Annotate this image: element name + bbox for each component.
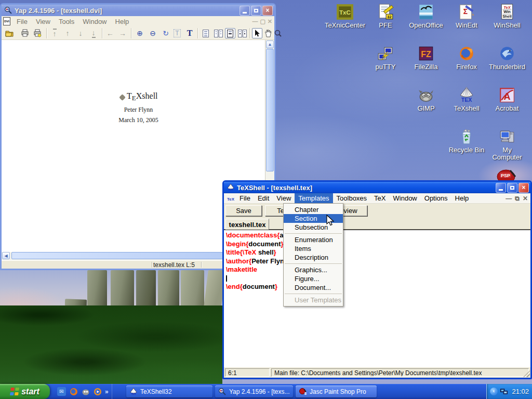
yap-task-icon (218, 388, 227, 396)
taskbar-button-texshell32[interactable]: TeX TeXShell32 (126, 385, 212, 397)
yap-menu-help[interactable]: Help (111, 17, 134, 26)
desktop-icon-openoffice[interactable]: OpenOffice (406, 3, 446, 29)
menu-options[interactable]: Options (421, 193, 451, 203)
menu-item-enumeration[interactable]: Enumeration (284, 235, 343, 244)
menu-item-items[interactable]: Items (284, 244, 343, 253)
refresh-icon[interactable]: ↻ (161, 28, 171, 38)
desktop-icon-firefox[interactable]: Firefox (446, 45, 487, 71)
menu-item-user-templates: User Templates (284, 296, 343, 304)
my-computer-icon (498, 128, 516, 145)
start-button[interactable]: start (0, 384, 50, 399)
continuous-view-icon[interactable] (225, 28, 235, 38)
menu-edit[interactable]: Edit (254, 193, 273, 203)
yap-titlebar[interactable]: Yap 2.4.1596 - [texshell.dvi] × (2, 5, 274, 16)
desktop-icon-acrobat[interactable]: A Acrobat (487, 86, 527, 112)
text-sweep-icon[interactable]: T (172, 28, 182, 38)
firefox-quicklaunch-icon[interactable] (69, 387, 78, 396)
tab-texshell-tex[interactable]: texshell.tex (225, 219, 269, 230)
desktop-icon-recycle-bin[interactable]: Recycle Bin (446, 128, 487, 154)
yap-menu-tools[interactable]: Tools (55, 17, 78, 26)
media-player-quicklaunch-icon[interactable] (93, 387, 102, 396)
desktop-icon-pfe[interactable]: 32 PFE (365, 3, 406, 29)
icon-label: Thunderbird (487, 63, 527, 71)
print-icon[interactable] (20, 28, 30, 38)
yap-menu-file[interactable]: File (12, 17, 32, 26)
yap-menu-view[interactable]: View (32, 17, 55, 26)
next-page-icon[interactable]: ↓ (75, 28, 86, 38)
icon-label: puTTY (365, 63, 406, 71)
double-page-icon[interactable] (213, 28, 223, 38)
wallpaper-stonehenge (0, 270, 222, 384)
desktop-icon-putty[interactable]: puTTY (365, 45, 406, 71)
menu-item-graphics[interactable]: Graphics... (284, 265, 343, 274)
continuous-facing-icon[interactable] (237, 28, 247, 38)
desktop-icon-thunderbird[interactable]: Thunderbird (487, 45, 527, 71)
gimp-quicklaunch-icon[interactable] (81, 387, 90, 396)
taskbar-button-yap[interactable]: Yap 2.4.1596 - [texs... (215, 385, 293, 397)
yap-vscroll-thumb[interactable] (266, 49, 274, 171)
yap-mdi-buttons[interactable]: —▢✕ (252, 19, 274, 24)
first-page-icon[interactable]: ↑ (49, 28, 60, 38)
desktop-icon-texniccenter[interactable]: TxC TeXnicCenter (325, 3, 365, 29)
hand-tool-icon[interactable] (263, 28, 273, 38)
forward-icon[interactable]: → (117, 28, 128, 38)
photo-grass (0, 305, 222, 384)
menu-item-document[interactable]: Document... (284, 283, 343, 292)
texshell-minimize-button[interactable] (496, 183, 506, 193)
code-editor[interactable]: \documentclass{article}\begin{document}\… (224, 230, 530, 367)
zoom-out-icon[interactable]: ⊖ (148, 28, 158, 38)
yap-minimize-button[interactable] (240, 6, 250, 16)
tray-chevron-button[interactable]: ‹ (490, 388, 498, 395)
menu-item-chapter[interactable]: Chapter (284, 205, 343, 214)
yap-maximize-button[interactable] (251, 6, 261, 16)
yap-close-button[interactable]: × (262, 6, 273, 16)
desktop-icon-gimp[interactable]: GIMP (406, 86, 446, 112)
quick-launch-chevron[interactable]: » (105, 388, 109, 395)
select-tool-icon[interactable] (252, 28, 262, 38)
texshell-doc-icon[interactable]: TeX (227, 195, 235, 202)
menu-help[interactable]: Help (451, 193, 473, 203)
network-tray-icon[interactable] (500, 388, 508, 395)
cursor-position: 6:1 (225, 368, 270, 377)
menu-window[interactable]: Window (390, 193, 421, 203)
menu-view[interactable]: View (273, 193, 295, 203)
desktop-icon-filezilla[interactable]: FZ FileZilla (406, 45, 446, 71)
desktop-icon-my-computer[interactable]: My Computer (487, 128, 527, 161)
menu-item-description[interactable]: Description (284, 253, 343, 262)
filezilla-icon: FZ (417, 45, 435, 62)
zoom-in-icon[interactable]: ⊕ (135, 28, 145, 38)
menu-file[interactable]: File (236, 193, 254, 203)
desktop-icon-texshell[interactable]: TEX TeXshell (446, 86, 487, 112)
prev-page-icon[interactable]: ↑ (62, 28, 73, 38)
svg-text:TEX: TEX (461, 97, 472, 103)
magnifier-icon[interactable] (273, 28, 283, 38)
icon-label: Firefox (446, 63, 487, 71)
desktop-icon-winshell[interactable]: TeX Win Shell WinShell (487, 3, 527, 29)
menu-toolboxes[interactable]: Toolboxes (333, 193, 371, 203)
menu-templates[interactable]: Templates (295, 193, 332, 203)
text-mode-icon[interactable]: T (184, 28, 195, 38)
outlook-express-icon[interactable]: ✉ (57, 387, 66, 396)
texshell-titlebar[interactable]: TeX TeXShell - [texshell.tex] × (224, 182, 530, 193)
taskbar-button-paintshoppro[interactable]: 8 Jasc Paint Shop Pro (296, 385, 377, 397)
last-page-icon[interactable]: ↓ (88, 28, 99, 38)
print-setup-icon[interactable] (32, 28, 43, 38)
back-icon[interactable]: ← (105, 28, 115, 38)
scroll-up-button[interactable]: ▲ (266, 41, 274, 48)
desktop-icon-psp-partial[interactable]: PSP (495, 167, 518, 180)
dvi-document-icon[interactable]: DVI (3, 17, 10, 25)
pfe-icon: 32 (377, 3, 394, 21)
yap-menu-window[interactable]: Window (78, 17, 111, 26)
texshell-mdi-buttons[interactable]: —⧉✕ (506, 195, 530, 202)
single-page-icon[interactable] (201, 28, 211, 38)
task-label: Jasc Paint Shop Pro (310, 388, 366, 395)
menu-tex[interactable]: TeX (370, 193, 389, 203)
menu-item-figure[interactable]: Figure... (284, 274, 343, 283)
icon-label: OpenOffice (406, 22, 446, 29)
texshell-close-button[interactable]: × (518, 183, 529, 193)
scroll-left-button[interactable]: ◀ (2, 252, 10, 259)
open-icon[interactable] (4, 28, 15, 38)
texshell-maximize-button[interactable] (507, 183, 517, 193)
save-button[interactable]: Save (225, 205, 262, 216)
desktop-icon-winedt[interactable]: Σ WinEdt (446, 3, 487, 29)
